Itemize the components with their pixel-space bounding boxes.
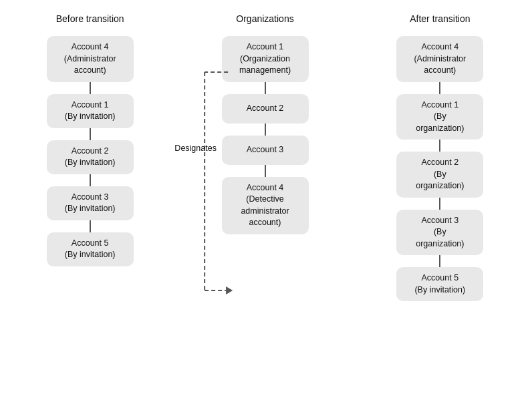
after-title: After transition — [410, 13, 470, 24]
before-acct4-node: Account 4(Administratoraccount) — [47, 36, 134, 82]
connector — [439, 82, 440, 94]
before-acct5-node: Account 5(By invitation) — [47, 232, 134, 266]
orgs-title: Organizations — [236, 13, 293, 24]
after-acct2-node: Account 2(Byorganization) — [396, 152, 483, 198]
before-acct3-node: Account 3(By invitation) — [47, 186, 134, 220]
connector — [439, 255, 440, 267]
before-column: Before transition Account 4(Administrato… — [7, 13, 173, 413]
connector — [265, 82, 266, 94]
svg-marker-3 — [227, 286, 233, 294]
org-acct3-node: Account 3 — [222, 136, 309, 165]
after-acct4-node: Account 4(Administratoraccount) — [396, 36, 483, 82]
connector — [90, 220, 91, 232]
org-acct4-node: Account 4(Detectiveadministratoraccount) — [222, 177, 309, 234]
before-acct2-node: Account 2(By invitation) — [47, 140, 134, 174]
orgs-column: Organizations Account 1(Organizationmana… — [173, 13, 356, 413]
before-title: Before transition — [56, 13, 124, 24]
after-column: After transition Account 4(Administrator… — [357, 13, 523, 413]
orgs-inner: Account 1(Organizationmanagement) Accoun… — [222, 36, 309, 234]
connector — [265, 124, 266, 136]
connector — [265, 165, 266, 177]
connector — [90, 82, 91, 94]
org-acct1-node: Account 1(Organizationmanagement) — [222, 36, 309, 82]
connector — [90, 128, 91, 140]
after-acct1-node: Account 1(Byorganization) — [396, 94, 483, 140]
after-acct5-node: Account 5(By invitation) — [396, 267, 483, 301]
org-acct2-node: Account 2 — [222, 94, 309, 124]
before-acct1-node: Account 1(By invitation) — [47, 94, 134, 128]
connector — [439, 140, 440, 152]
designates-label: Designates — [174, 144, 217, 153]
connector — [439, 198, 440, 210]
diagram: Before transition Account 4(Administrato… — [0, 0, 530, 420]
connector — [90, 174, 91, 186]
after-acct3-node: Account 3(Byorganization) — [396, 210, 483, 256]
